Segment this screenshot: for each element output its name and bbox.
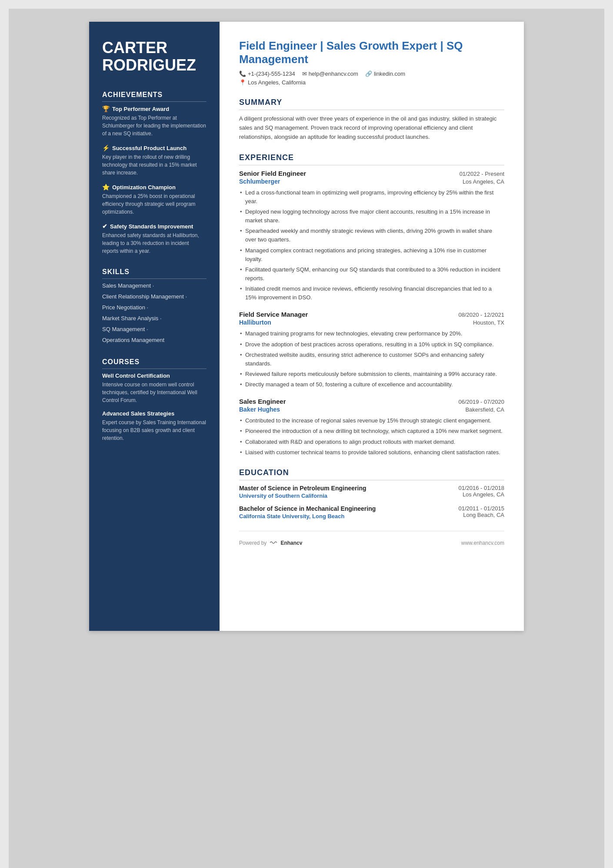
list-item: Pioneered the introduction of a new dril…: [239, 427, 504, 436]
job-bullets: Managed training programs for new techno…: [239, 329, 504, 389]
edu-location: Los Angeles, CA: [458, 491, 504, 498]
edu-left: Master of Science in Petroleum Engineeri…: [239, 485, 458, 499]
achievement-desc: Recognized as Top Performer at Schlumber…: [102, 114, 207, 137]
achievement-icon: 🏆: [102, 105, 110, 112]
course-title: Advanced Sales Strategies: [102, 410, 207, 417]
achievement-desc: Enhanced safety standards at Halliburton…: [102, 231, 207, 255]
edu-left: Bachelor of Science in Mechanical Engine…: [239, 505, 458, 519]
phone-icon: 📞: [239, 70, 246, 77]
job-title-text: Senior Field Engineer: [239, 170, 306, 177]
experience-title: EXPERIENCE: [239, 153, 504, 165]
page-wrapper: CARTER RODRIGUEZ ACHIEVEMENTS 🏆 Top Perf…: [9, 9, 604, 868]
edu-school: University of Southern California: [239, 493, 458, 499]
contact-line-1: 📞 +1-(234)-555-1234 ✉ help@enhancv.com 🔗…: [239, 70, 504, 77]
job-header: Sales Engineer 06/2019 - 07/2020: [239, 398, 504, 405]
jobs-list: Senior Field Engineer 01/2022 - Present …: [239, 170, 504, 457]
edu-right: 01/2011 - 01/2015 Long Beach, CA: [458, 505, 504, 519]
skills-list: Sales ManagementClient Relationship Mana…: [102, 282, 207, 345]
achievement-item: ⭐ Optimization Champion Championed a 25%…: [102, 184, 207, 216]
summary-text: A diligent professional with over three …: [239, 114, 504, 141]
job-company: Baker Hughes: [239, 406, 280, 413]
job-entry: Senior Field Engineer 01/2022 - Present …: [239, 170, 504, 302]
job-location: Los Angeles, CA: [463, 178, 504, 185]
achievement-desc: Key player in the rollout of new drillin…: [102, 153, 207, 177]
education-title: EDUCATION: [239, 468, 504, 480]
job-bullets: Led a cross-functional team in optimizin…: [239, 188, 504, 302]
job-sub: Baker Hughes Bakersfield, CA: [239, 406, 504, 413]
edu-school: California State University, Long Beach: [239, 513, 458, 519]
job-dates: 01/2022 - Present: [460, 171, 504, 177]
job-sub: Halliburton Houston, TX: [239, 319, 504, 326]
skills-section: SKILLS Sales ManagementClient Relationsh…: [102, 268, 207, 345]
list-item: Initiated credit memos and invoice revie…: [239, 285, 504, 302]
footer-website: www.enhancv.com: [461, 540, 504, 546]
edu-location: Long Beach, CA: [458, 512, 504, 518]
job-title-text: Field Service Manager: [239, 311, 308, 318]
skill-label: Client Relationship Management: [102, 293, 187, 300]
achievement-item: ⚡ Successful Product Launch Key player i…: [102, 144, 207, 177]
summary-title: SUMMARY: [239, 98, 504, 110]
achievement-title: ⚡ Successful Product Launch: [102, 144, 207, 151]
location-text: Los Angeles, California: [248, 79, 306, 86]
edu-dates: 01/2016 - 01/2018: [458, 485, 504, 491]
edu-right: 01/2016 - 01/2018 Los Angeles, CA: [458, 485, 504, 499]
job-title-text: Sales Engineer: [239, 398, 286, 405]
location-icon: 📍: [239, 79, 246, 86]
achievement-title: ⭐ Optimization Champion: [102, 184, 207, 191]
job-bullets: Contributed to the increase of regional …: [239, 416, 504, 457]
achievement-icon: ⭐: [102, 184, 110, 191]
skill-item: Sales Management: [102, 282, 207, 291]
edu-degree: Bachelor of Science in Mechanical Engine…: [239, 505, 458, 512]
list-item: Drove the adoption of best practices acr…: [239, 340, 504, 349]
list-item: Facilitated quarterly SQM, enhancing our…: [239, 265, 504, 283]
footer-left: Powered by Enhancv: [239, 540, 302, 546]
courses-section: COURSES Well Control Certification Inten…: [102, 358, 207, 442]
skill-item: Market Share Analysis: [102, 315, 207, 323]
linkedin-item[interactable]: 🔗 linkedin.com: [365, 70, 405, 77]
achievements-list: 🏆 Top Performer Award Recognized as Top …: [102, 105, 207, 255]
course-title: Well Control Certification: [102, 372, 207, 379]
job-entry: Field Service Manager 08/2020 - 12/2021 …: [239, 311, 504, 389]
list-item: Directly managed a team of 50, fostering…: [239, 380, 504, 389]
experience-section: EXPERIENCE Senior Field Engineer 01/2022…: [239, 153, 504, 457]
skill-label: SQ Management: [102, 326, 148, 332]
list-item: Managed training programs for new techno…: [239, 329, 504, 338]
list-item: Collaborated with R&D and operations to …: [239, 438, 504, 446]
resume-header: Field Engineer | Sales Growth Expert | S…: [239, 39, 504, 86]
job-dates: 08/2020 - 12/2021: [458, 312, 504, 318]
course-item: Well Control Certification Intensive cou…: [102, 372, 207, 404]
job-company: Halliburton: [239, 319, 271, 326]
brand-name: Enhancv: [280, 540, 302, 546]
sidebar: CARTER RODRIGUEZ ACHIEVEMENTS 🏆 Top Perf…: [89, 22, 220, 631]
contact-line-2: 📍 Los Angeles, California: [239, 79, 504, 86]
achievement-title: ✔ Safety Standards Improvement: [102, 223, 207, 230]
phone-number: +1-(234)-555-1234: [248, 70, 295, 77]
education-entry: Bachelor of Science in Mechanical Engine…: [239, 505, 504, 519]
education-section: EDUCATION Master of Science in Petroleum…: [239, 468, 504, 519]
powered-by-label: Powered by: [239, 540, 267, 546]
linkedin-url: linkedin.com: [374, 70, 405, 77]
job-location: Houston, TX: [473, 319, 504, 326]
summary-section: SUMMARY A diligent professional with ove…: [239, 98, 504, 141]
achievement-desc: Championed a 25% boost in operational ef…: [102, 192, 207, 216]
edu-degree: Master of Science in Petroleum Engineeri…: [239, 485, 458, 492]
list-item: Contributed to the increase of regional …: [239, 416, 504, 425]
job-header: Senior Field Engineer 01/2022 - Present: [239, 170, 504, 177]
skill-label: Operations Management: [102, 337, 164, 343]
course-item: Advanced Sales Strategies Expert course …: [102, 410, 207, 442]
list-item: Led a cross-functional team in optimizin…: [239, 188, 504, 206]
job-dates: 06/2019 - 07/2020: [458, 399, 504, 405]
skills-title: SKILLS: [102, 268, 207, 279]
skill-label: Price Negotiation: [102, 304, 148, 311]
list-item: Managed complex contract negotiations an…: [239, 246, 504, 264]
job-location: Bakersfield, CA: [465, 406, 504, 413]
course-desc: Intensive course on modern well control …: [102, 381, 207, 404]
email-item: ✉ help@enhancv.com: [302, 70, 358, 77]
achievement-icon: ⚡: [102, 144, 110, 151]
footer: Powered by Enhancv www.enhancv.com: [239, 531, 504, 546]
list-item: Deployed new logging technology across f…: [239, 208, 504, 225]
courses-title: COURSES: [102, 358, 207, 369]
main-content: Field Engineer | Sales Growth Expert | S…: [220, 22, 524, 631]
job-company: Schlumberger: [239, 178, 280, 185]
edu-dates: 01/2011 - 01/2015: [458, 505, 504, 512]
